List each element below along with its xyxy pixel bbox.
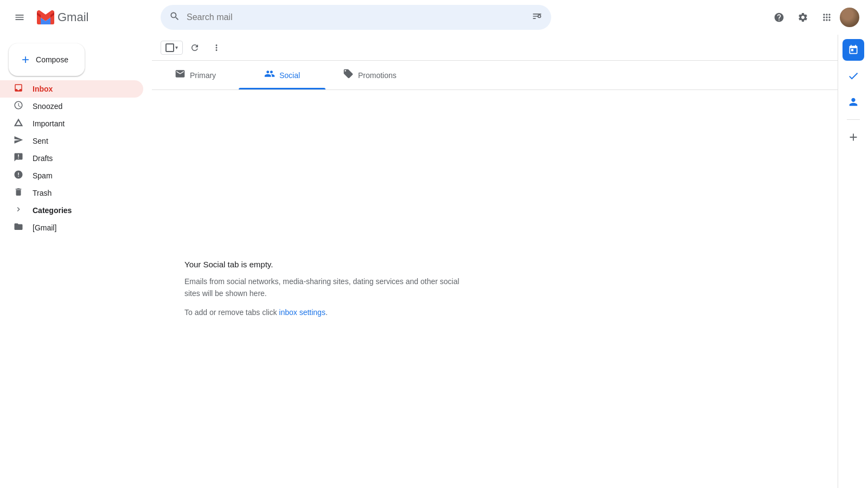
topbar: Gmail (0, 0, 868, 35)
select-checkbox-button[interactable]: ▾ (161, 41, 183, 55)
gmail-logo[interactable]: Gmail (36, 10, 88, 25)
sidebar: + Compose Inbox Snoozed Important (0, 35, 152, 488)
gmail-folder-label: [Gmail] (33, 223, 56, 232)
sidebar-item-inbox[interactable]: Inbox (0, 80, 143, 98)
sidebar-item-trash[interactable]: Trash (0, 184, 143, 202)
promotions-tab-icon (343, 68, 354, 82)
hamburger-menu-button[interactable] (9, 7, 30, 28)
sidebar-item-snoozed[interactable]: Snoozed (0, 98, 143, 115)
topbar-left: Gmail (9, 7, 161, 28)
compose-label: Compose (36, 55, 68, 64)
important-icon (13, 118, 24, 130)
spam-label: Spam (33, 171, 135, 180)
sidebar-item-gmail[interactable]: [Gmail] (0, 219, 143, 236)
drafts-label: Drafts (33, 154, 135, 163)
empty-state-link-row: To add or remove tabs click inbox settin… (184, 306, 328, 318)
search-filter-icon[interactable] (532, 11, 542, 24)
primary-tab-icon (175, 68, 186, 82)
toolbar: ▾ (152, 35, 838, 61)
sent-label: Sent (33, 137, 135, 145)
search-input[interactable] (187, 12, 525, 22)
right-panel (838, 35, 868, 488)
empty-link-suffix: . (326, 308, 328, 317)
app-title: Gmail (58, 10, 88, 24)
apps-button[interactable] (816, 7, 838, 28)
contacts-panel-button[interactable] (843, 91, 864, 113)
tab-social[interactable]: Social (239, 61, 326, 89)
avatar-image (840, 8, 859, 27)
empty-state-title: Your Social tab is empty. (184, 260, 273, 269)
primary-tab-label: Primary (190, 71, 216, 80)
help-button[interactable] (768, 7, 790, 28)
snoozed-icon (13, 100, 24, 112)
calendar-panel-button[interactable] (843, 39, 864, 61)
right-panel-divider (847, 119, 860, 120)
inbox-label: Inbox (33, 85, 135, 93)
more-options-button[interactable] (207, 38, 226, 57)
compose-plus-icon: + (22, 52, 29, 67)
sidebar-item-sent[interactable]: Sent (0, 132, 143, 150)
checkbox-square (165, 43, 174, 52)
sidebar-item-drafts[interactable]: Drafts (0, 150, 143, 167)
social-tab-icon (264, 68, 275, 82)
drafts-icon (13, 152, 24, 164)
tab-primary[interactable]: Primary (152, 61, 239, 89)
empty-state: Your Social tab is empty. Emails from so… (152, 90, 838, 488)
snoozed-label: Snoozed (33, 102, 135, 111)
sidebar-item-categories[interactable]: Categories (0, 202, 143, 219)
sidebar-item-important[interactable]: Important (0, 115, 143, 132)
compose-button[interactable]: + Compose (9, 43, 85, 76)
trash-icon (13, 187, 24, 199)
avatar[interactable] (840, 8, 859, 27)
topbar-right (768, 7, 859, 28)
inbox-icon (13, 83, 24, 95)
expand-icon (13, 205, 24, 216)
important-label: Important (33, 119, 135, 128)
empty-state-description: Emails from social networks, media-shari… (184, 275, 467, 300)
tasks-panel-button[interactable] (843, 65, 864, 87)
search-bar (161, 5, 551, 30)
spam-icon (13, 170, 24, 182)
tab-promotions[interactable]: Promotions (326, 61, 414, 89)
settings-button[interactable] (792, 7, 814, 28)
trash-label: Trash (33, 189, 135, 197)
empty-link-prefix: To add or remove tabs click (184, 308, 279, 317)
svg-point-0 (538, 15, 541, 17)
gmail-folder-icon (13, 222, 24, 234)
social-tab-label: Social (279, 71, 300, 80)
checkbox-dropdown-arrow: ▾ (175, 44, 178, 50)
promotions-tab-label: Promotions (358, 71, 397, 80)
categories-label: Categories (33, 206, 72, 215)
add-app-button[interactable] (843, 126, 864, 148)
empty-desc-text: Emails from social networks, media-shari… (184, 277, 459, 298)
sent-icon (13, 135, 24, 147)
content-area: ▾ Primary Social (152, 35, 838, 488)
inbox-settings-link[interactable]: inbox settings (279, 308, 326, 317)
refresh-button[interactable] (185, 38, 205, 57)
search-icon (169, 11, 180, 24)
sidebar-item-spam[interactable]: Spam (0, 167, 143, 184)
main-layout: + Compose Inbox Snoozed Important (0, 35, 868, 488)
tabs-bar: Primary Social Promotions (152, 61, 838, 90)
